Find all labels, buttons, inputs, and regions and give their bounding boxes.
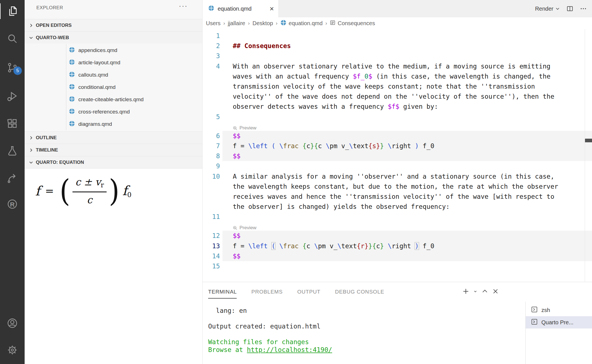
file-row-cross-references.qmd[interactable]: cross-references.qmd <box>25 106 202 118</box>
file-row-article-layout.qmd[interactable]: article-layout.qmd <box>25 56 202 69</box>
editor-line[interactable]: 4With an observer stationary relative to… <box>203 61 592 71</box>
more-actions-icon[interactable] <box>580 5 587 12</box>
activity-run-debug-icon[interactable] <box>0 88 25 104</box>
panel-tab-problems[interactable]: PROBLEMS <box>251 289 283 295</box>
file-row-appendices.qmd[interactable]: appendices.qmd <box>25 44 202 56</box>
terminal-list-item-Quarto Pre...[interactable]: Quarto Pre... <box>526 316 592 328</box>
file-row-create-citeable-articles.qmd[interactable]: create-citeable-articles.qmd <box>25 93 202 106</box>
editor-line[interactable]: 11 <box>203 212 592 222</box>
terminal-icon <box>531 318 538 327</box>
activity-r-lang-icon[interactable]: R <box>0 196 25 212</box>
split-editor-icon[interactable] <box>566 5 574 12</box>
line-number: 10 <box>203 173 224 180</box>
tab-equation-qmd[interactable]: equation.qmd × <box>203 0 279 17</box>
close-panel-icon[interactable] <box>491 287 500 296</box>
file-name: callouts.qmd <box>78 72 108 78</box>
breadcrumb-item-Users[interactable]: Users <box>206 20 220 27</box>
editor-line[interactable]: 9 <box>203 161 592 171</box>
terminal-link[interactable]: http://localhost:4190/ <box>247 346 332 353</box>
section-open-editors[interactable]: OPEN EDITORS <box>25 19 202 31</box>
editor-line[interactable]: the observer] is changed) yields the obs… <box>203 202 592 212</box>
terminal-panel: TERMINALPROBLEMSOUTPUTDEBUG CONSOLE lang… <box>203 282 592 364</box>
editor-actions: Render <box>535 0 587 17</box>
section-label: TIMELINE <box>36 147 58 153</box>
activity-source-control-icon[interactable]: 5 <box>0 60 25 75</box>
breadcrumb-separator: › <box>325 20 327 26</box>
editor-line[interactable]: 3 <box>203 51 592 61</box>
editor-line[interactable]: 14$$ <box>203 251 592 261</box>
quarto-file-icon <box>69 96 75 103</box>
new-terminal-icon[interactable] <box>462 287 470 296</box>
editor-line[interactable]: receives waves and hence the ''transmiss… <box>203 192 592 202</box>
editor-line[interactable]: the wavelength keeps constant, but due t… <box>203 181 592 192</box>
vscode-window: { "colors": { "activity_bar_bg": "#33333… <box>0 0 592 364</box>
editor-line[interactable]: 1 <box>203 31 592 41</box>
line-number: 12 <box>203 232 224 239</box>
breadcrumb-item-Consequences[interactable]: Consequences <box>330 20 375 27</box>
editor-line[interactable]: 12$$ <box>203 231 592 241</box>
activity-extensions-icon[interactable] <box>0 116 25 131</box>
maximize-panel-icon[interactable] <box>481 287 489 296</box>
editor-line[interactable]: 15 <box>203 261 592 271</box>
equation-equals: = <box>45 185 54 197</box>
explorer-more-actions-icon[interactable]: ··· <box>179 2 188 10</box>
panel-tab-debug-console[interactable]: DEBUG CONSOLE <box>335 289 384 295</box>
file-name: diagrams.qmd <box>78 121 112 127</box>
file-row-conditional.qmd[interactable]: conditional.qmd <box>25 81 202 93</box>
file-row-callouts.qmd[interactable]: callouts.qmd <box>25 69 202 81</box>
file-row-diagrams.qmd[interactable]: diagrams.qmd <box>25 118 202 130</box>
panel-tab-terminal[interactable]: TERMINAL <box>208 289 237 295</box>
editor-line[interactable]: 10A similar analysis for a moving ''obse… <box>203 171 592 181</box>
editor-line[interactable]: transmission velocity of the wave keeps … <box>203 81 592 91</box>
panel-tab-output[interactable]: OUTPUT <box>297 289 320 295</box>
explorer-title: EXPLORER <box>36 0 63 16</box>
quarto-file-icon <box>69 47 75 54</box>
scrollbar-marker[interactable] <box>585 139 592 142</box>
editor-line[interactable]: 2## Consequences <box>203 41 592 51</box>
terminal-list-item-zsh[interactable]: zsh <box>526 304 592 316</box>
section-quarto-equation[interactable]: QUARTO: EQUATION <box>25 156 202 168</box>
editor-line[interactable]: 13f = \left ( \frac {c \pm v_\text{r}}{c… <box>203 241 592 251</box>
editor-line[interactable]: observer detects waves with a frequency … <box>203 101 592 112</box>
line-number: 3 <box>203 52 224 60</box>
section-quarto-web[interactable]: QUARTO-WEB <box>25 31 202 44</box>
activity-publish-icon[interactable] <box>0 170 25 186</box>
symbol-icon <box>330 20 335 27</box>
editor-line[interactable]: 8$$ <box>203 151 592 161</box>
chevron-right-icon <box>29 135 34 140</box>
chevron-down-icon <box>555 6 560 11</box>
terminal-line: lang: en <box>208 307 332 315</box>
activity-account-icon[interactable] <box>0 315 25 331</box>
breadcrumb-item-Desktop[interactable]: Desktop <box>252 20 273 27</box>
activity-settings-gear-icon[interactable] <box>0 342 25 358</box>
breadcrumb-separator: › <box>276 20 278 26</box>
section-outline[interactable]: OUTLINE <box>25 131 202 144</box>
editor-content[interactable]: 12## Consequences34With an observer stat… <box>203 29 592 282</box>
render-button[interactable]: Render <box>535 6 560 12</box>
panel-tabs: TERMINALPROBLEMSOUTPUTDEBUG CONSOLE <box>208 282 384 302</box>
equation-preview-webview: f = ( c ± vr c ) f0 <box>25 168 202 364</box>
editor-line[interactable]: 5 <box>203 112 592 122</box>
codelens-preview[interactable]: Preview <box>203 222 592 231</box>
chevron-down-icon <box>29 35 34 40</box>
breadcrumb: Users›jjallaire›Desktop›equation.qmd›Con… <box>206 17 375 29</box>
quarto-file-icon <box>69 108 75 116</box>
breadcrumb-item-jjallaire[interactable]: jjallaire <box>228 20 245 27</box>
activity-search-icon[interactable] <box>0 31 25 46</box>
activity-files-icon[interactable] <box>0 3 25 19</box>
quarto-file-icon <box>69 120 75 128</box>
codelens-preview[interactable]: Preview <box>203 122 592 131</box>
editor-line[interactable]: 6$$ <box>203 131 592 141</box>
editor-line[interactable]: 7f = \left ( \frac {c}{c \pm v_\text{s}}… <box>203 141 592 151</box>
activity-beaker-icon[interactable] <box>0 143 25 159</box>
terminal-list: zshQuarto Pre... <box>526 304 592 328</box>
chevron-right-icon <box>29 148 34 153</box>
chevron-down-icon[interactable] <box>472 288 478 294</box>
section-label: QUARTO: EQUATION <box>36 160 84 165</box>
section-timeline[interactable]: TIMELINE <box>25 144 202 156</box>
editor-line[interactable]: waves with an actual frequency $f_0$ (in… <box>203 71 592 81</box>
editor-line[interactable]: velocity'' of the wave does not depend o… <box>203 91 592 101</box>
breadcrumb-item-equation.qmd[interactable]: equation.qmd <box>280 20 323 27</box>
quarto-file-icon <box>69 59 75 67</box>
close-tab-icon[interactable]: × <box>270 5 274 12</box>
